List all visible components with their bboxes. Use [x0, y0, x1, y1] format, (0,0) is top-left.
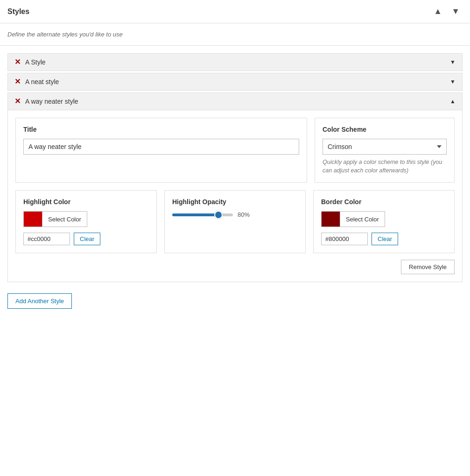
style-name-neater-style: A way neater style: [25, 98, 78, 105]
styles-container: ✕ A Style ▼ ✕ A neat style ▼ ✕: [0, 53, 470, 282]
highlight-hex-input[interactable]: [23, 233, 70, 245]
title-section-label: Title: [23, 126, 299, 133]
color-scheme-select[interactable]: Crimson None Ocean Blue Forest Green Sun…: [323, 139, 447, 155]
highlight-opacity-panel: Highlight Opacity 80%: [164, 190, 306, 253]
opacity-slider-row: 80%: [172, 211, 298, 218]
page-header: Styles ▲ ▼: [0, 0, 470, 23]
border-color-panel: Border Color Select Color Clear: [313, 190, 455, 253]
opacity-slider[interactable]: [172, 213, 233, 216]
style-header-neater-style[interactable]: ✕ A way neater style ▲: [8, 93, 462, 110]
style-header-a-style[interactable]: ✕ A Style ▼: [8, 54, 462, 71]
highlight-color-selector-row: Select Color: [23, 211, 149, 227]
divider: [0, 45, 470, 46]
header-controls: ▲ ▼: [431, 6, 463, 17]
style-body-neater-style: Title Color Scheme Crimson None Ocean Bl…: [8, 110, 462, 282]
highlight-color-panel: Highlight Color Select Color Clear: [15, 190, 157, 253]
chevron-neat-style: ▼: [450, 78, 456, 85]
opacity-value-display: 80%: [238, 211, 250, 218]
highlight-color-input-row: Clear: [23, 233, 149, 245]
style-name-a-style: A Style: [25, 58, 46, 66]
add-another-style-button[interactable]: Add Another Style: [7, 293, 72, 309]
style-item-neater-style: ✕ A way neater style ▲ Title Color Schem…: [7, 92, 463, 282]
border-select-color-button[interactable]: Select Color: [340, 211, 385, 227]
remove-style-button[interactable]: Remove Style: [401, 260, 455, 274]
style-header-left-neater-style: ✕ A way neater style: [14, 98, 78, 105]
scroll-up-button[interactable]: ▲: [431, 6, 445, 17]
page-wrapper: Styles ▲ ▼ Define the alternate styles y…: [0, 0, 470, 318]
title-input[interactable]: [23, 139, 299, 155]
chevron-neater-style: ▲: [450, 98, 456, 105]
style-header-neat-style[interactable]: ✕ A neat style ▼: [8, 73, 462, 90]
highlight-color-swatch[interactable]: [23, 211, 42, 227]
style-header-left-a-style: ✕ A Style: [14, 58, 46, 66]
highlight-opacity-label: Highlight Opacity: [172, 198, 298, 206]
style-body-top: Title Color Scheme Crimson None Ocean Bl…: [15, 118, 455, 183]
chevron-a-style: ▼: [450, 59, 456, 65]
remove-x-neat-style[interactable]: ✕: [14, 78, 21, 85]
color-scheme-section: Color Scheme Crimson None Ocean Blue For…: [315, 118, 455, 183]
page-title: Styles: [7, 7, 29, 16]
border-color-selector-row: Select Color: [321, 211, 447, 227]
border-color-input-row: Clear: [321, 233, 447, 245]
highlight-color-label: Highlight Color: [23, 198, 149, 206]
style-item-neat-style: ✕ A neat style ▼: [7, 73, 463, 91]
highlight-clear-button[interactable]: Clear: [74, 233, 100, 245]
remove-style-row: Remove Style: [15, 260, 455, 274]
remove-x-neater-style[interactable]: ✕: [14, 98, 21, 105]
highlight-select-color-button[interactable]: Select Color: [42, 211, 87, 227]
border-color-swatch[interactable]: [321, 211, 340, 227]
style-name-neat-style: A neat style: [25, 78, 59, 85]
subtitle-text: Define the alternate styles you'd like t…: [0, 23, 470, 42]
title-section: Title: [15, 118, 307, 183]
scroll-down-button[interactable]: ▼: [449, 6, 463, 17]
add-another-row: Add Another Style: [0, 284, 470, 318]
border-color-label: Border Color: [321, 198, 447, 206]
border-clear-button[interactable]: Clear: [372, 233, 398, 245]
style-item-a-style: ✕ A Style ▼: [7, 53, 463, 71]
color-scheme-label: Color Scheme: [323, 126, 447, 133]
style-header-left-neat-style: ✕ A neat style: [14, 78, 59, 85]
remove-x-a-style[interactable]: ✕: [14, 58, 21, 66]
style-body-bottom: Highlight Color Select Color Clear Highl…: [15, 190, 455, 253]
color-scheme-hint: Quickly apply a color scheme to this sty…: [323, 158, 447, 175]
border-hex-input[interactable]: [321, 233, 368, 245]
